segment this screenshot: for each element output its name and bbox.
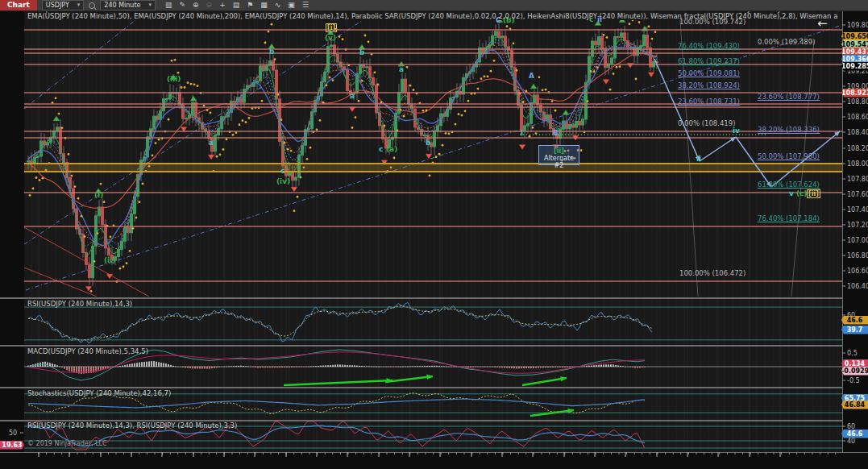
drawing-tools-icon[interactable]: ✎ <box>180 0 186 10</box>
panel-separator[interactable] <box>0 297 842 299</box>
data-box-icon[interactable]: ▣ <box>288 0 295 10</box>
interval-select[interactable]: 240 Minute ▾ <box>100 0 156 10</box>
interval-select-value: 240 Minute <box>104 1 140 10</box>
instrument-select-value: USDJPY <box>46 1 69 10</box>
indicators-icon[interactable]: ∿ <box>275 0 281 10</box>
chart-toolbar: Chart USDJPY ▾ 240 Minute ▾ ▥✎⊕⊖+▤⚑▦∿▣☰ <box>0 0 868 11</box>
ninjatrader-chart-window: Chart USDJPY ▾ 240 Minute ▾ ▥✎⊕⊖+▤⚑▦∿▣☰ … <box>0 0 868 469</box>
price-axis[interactable] <box>842 10 868 452</box>
panel-separator[interactable] <box>0 420 842 421</box>
zoom-in-icon[interactable]: ⊕ <box>193 0 199 10</box>
left-axis-margin <box>0 10 24 452</box>
chart-tab[interactable]: Chart <box>0 0 37 10</box>
zoom-out-icon[interactable]: ⊖ <box>206 0 213 10</box>
chart-style-icon[interactable]: ▥ <box>165 0 172 10</box>
snapshot-icon[interactable]: ▦ <box>260 0 268 10</box>
crosshair-icon[interactable]: + <box>219 0 226 10</box>
chevron-down-icon: ▾ <box>148 1 152 10</box>
toolbar-icons: ▥✎⊕⊖+▤⚑▦∿▣☰ <box>165 0 309 10</box>
chart-trader-icon[interactable]: ▤ <box>233 0 240 10</box>
properties-icon[interactable]: ☰ <box>302 0 309 10</box>
search-icon[interactable] <box>89 2 95 9</box>
alerts-icon[interactable]: ⚑ <box>247 0 253 10</box>
instrument-select[interactable]: USDJPY ▾ <box>42 0 85 10</box>
time-axis[interactable] <box>0 452 868 469</box>
chevron-down-icon: ▾ <box>77 1 81 10</box>
panel-separator[interactable] <box>0 387 842 388</box>
panel-separator[interactable] <box>0 345 842 347</box>
chart-canvas[interactable] <box>24 10 842 452</box>
